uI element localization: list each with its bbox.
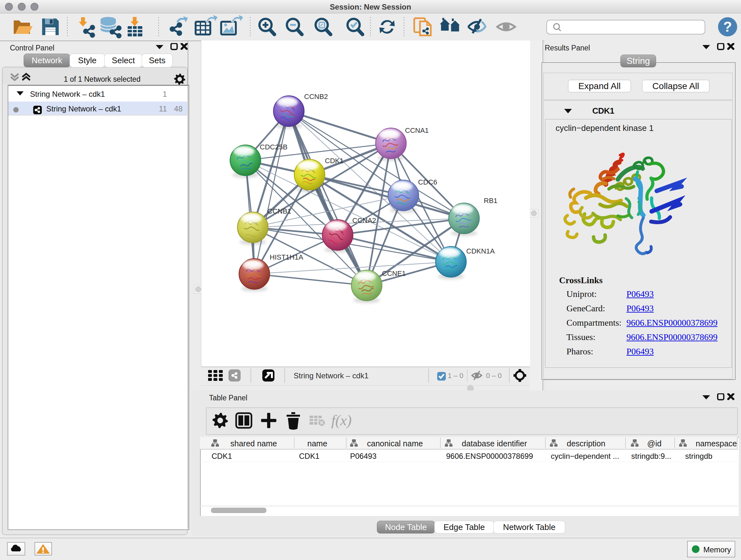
svg-text:shared name: shared name — [230, 439, 277, 448]
svg-text:namespace: namespace — [696, 439, 737, 448]
svg-text:P06493: P06493 — [350, 452, 377, 460]
svg-text:description: description — [567, 439, 605, 448]
svg-text:CDC25B: CDC25B — [260, 143, 287, 151]
svg-text:stringdb:9...: stringdb:9... — [631, 452, 671, 460]
svg-text:String Network – cdk1: String Network – cdk1 — [293, 371, 368, 380]
svg-text:CDKN1A: CDKN1A — [466, 247, 495, 255]
svg-text:CCNA2: CCNA2 — [352, 216, 376, 225]
svg-text:@id: @id — [647, 439, 662, 448]
svg-text:canonical name: canonical name — [367, 439, 423, 448]
svg-text:RB1: RB1 — [484, 197, 497, 205]
svg-text:CDK1: CDK1 — [299, 452, 320, 460]
svg-text:0 – 0: 0 – 0 — [486, 372, 502, 380]
svg-text:f(x): f(x) — [331, 412, 352, 428]
svg-text:database identifier: database identifier — [462, 439, 527, 448]
svg-text:9606.ENSP00000378699: 9606.ENSP00000378699 — [446, 452, 533, 460]
svg-text:CCNA1: CCNA1 — [405, 126, 429, 134]
svg-text:CDC6: CDC6 — [418, 178, 437, 186]
svg-text:CCNE1: CCNE1 — [382, 269, 406, 277]
svg-text:CCNB1: CCNB1 — [267, 207, 291, 215]
svg-text:1 – 0: 1 – 0 — [448, 372, 463, 380]
svg-text:stringdb: stringdb — [685, 452, 712, 460]
svg-text:CDK1: CDK1 — [212, 452, 232, 460]
svg-text:CDK1: CDK1 — [325, 157, 344, 165]
svg-text:HIST1H1A: HIST1H1A — [270, 253, 303, 261]
svg-text:name: name — [307, 439, 327, 448]
svg-text:CCNB2: CCNB2 — [304, 92, 328, 101]
svg-text:cyclin−dependent ...: cyclin−dependent ... — [551, 452, 619, 460]
svg-text:?: ? — [724, 19, 732, 35]
